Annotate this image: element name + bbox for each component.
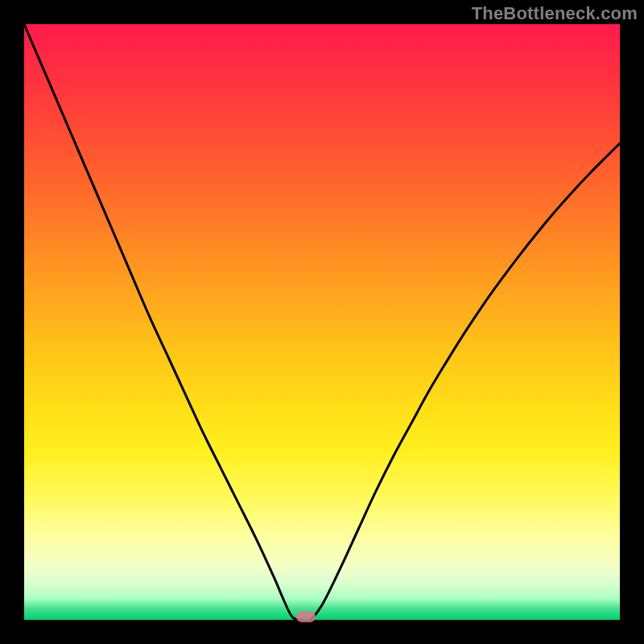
chart-frame: TheBottleneck.com xyxy=(0,0,644,644)
optimum-marker xyxy=(296,611,316,622)
plot-area xyxy=(24,24,620,620)
bottleneck-curve xyxy=(24,24,620,620)
watermark-text: TheBottleneck.com xyxy=(472,3,638,24)
